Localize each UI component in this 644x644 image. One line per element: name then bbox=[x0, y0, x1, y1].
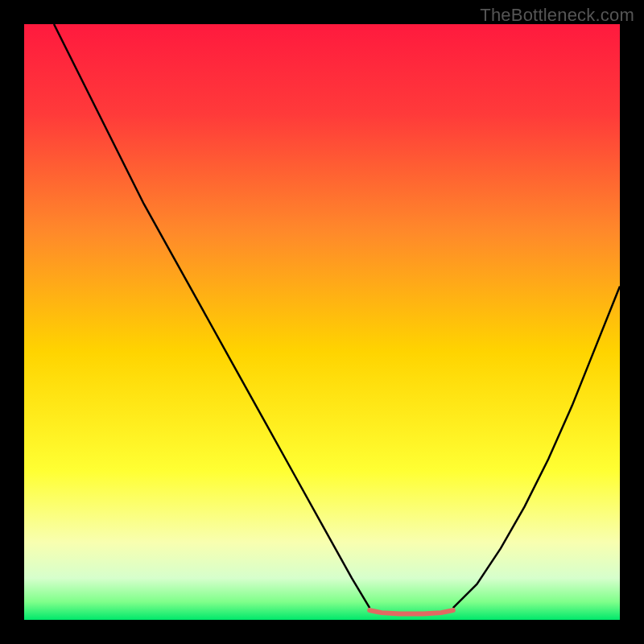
chart-container: TheBottleneck.com bbox=[0, 0, 644, 644]
chart-svg bbox=[24, 24, 620, 620]
chart-background bbox=[24, 24, 620, 620]
plot-area bbox=[24, 24, 620, 620]
watermark-label: TheBottleneck.com bbox=[480, 5, 634, 26]
